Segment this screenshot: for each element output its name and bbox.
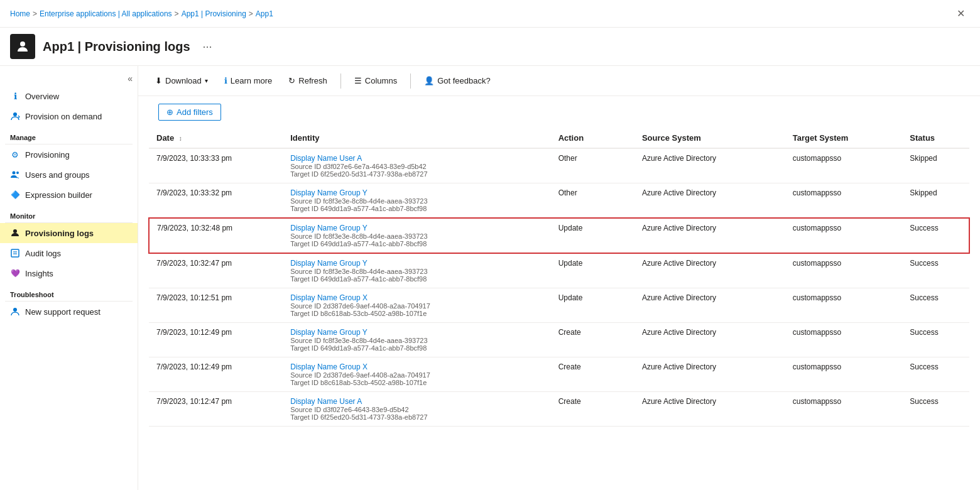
- svg-point-8: [13, 308, 17, 312]
- section-manage: Manage: [0, 126, 138, 144]
- identity-name[interactable]: Display Name Group Y: [290, 224, 543, 232]
- cell-status: Success: [902, 218, 969, 253]
- col-date: Date ↕: [149, 128, 283, 148]
- support-icon: [10, 307, 20, 317]
- cell-target-system: customappsso: [785, 323, 903, 357]
- identity-source: Source ID fc8f3e3e-8c8b-4d4e-aaea-393723: [290, 268, 543, 275]
- download-button[interactable]: ⬇ Download ▾: [148, 72, 215, 89]
- refresh-label: Refresh: [298, 76, 327, 85]
- cell-date: 7/9/2023, 10:12:47 pm: [149, 392, 283, 427]
- sidebar-item-label: Expression builder: [25, 190, 92, 200]
- identity-source: Source ID 2d387de6-9aef-4408-a2aa-704917: [290, 302, 543, 310]
- sidebar-item-provisioning-logs[interactable]: Provisioning logs: [0, 223, 138, 243]
- table-row[interactable]: 7/9/2023, 10:33:33 pmDisplay Name User A…: [149, 148, 969, 183]
- sidebar-item-users-groups[interactable]: Users and groups: [0, 165, 138, 185]
- cell-identity: Display Name Group YSource ID fc8f3e3e-8…: [283, 218, 550, 253]
- add-filters-label: Add filters: [177, 107, 213, 117]
- cell-action: Create: [551, 392, 634, 427]
- feedback-button[interactable]: 👤 Got feedback?: [417, 72, 498, 89]
- sidebar-item-provisioning[interactable]: ⚙ Provisioning: [0, 144, 138, 165]
- identity-name[interactable]: Display Name User A: [290, 154, 543, 163]
- sidebar-item-expression-builder[interactable]: 🔷 Expression builder: [0, 185, 138, 205]
- identity-name[interactable]: Display Name Group X: [290, 293, 543, 302]
- identity-source: Source ID d3f027e6-6e7a-4643-83e9-d5b42: [290, 163, 543, 170]
- cell-date: 7/9/2023, 10:32:48 pm: [149, 218, 283, 253]
- cell-source-system: Azure Active Directory: [634, 148, 785, 183]
- cell-source-system: Azure Active Directory: [634, 218, 785, 253]
- cell-date: 7/9/2023, 10:33:33 pm: [149, 148, 283, 183]
- cell-status: Success: [902, 288, 969, 323]
- learn-more-button[interactable]: ℹ Learn more: [217, 72, 279, 89]
- identity-name[interactable]: Display Name Group Y: [290, 328, 543, 337]
- cell-identity: Display Name Group YSource ID fc8f3e3e-8…: [283, 183, 550, 219]
- filter-icon: ⊕: [166, 107, 173, 117]
- sidebar-item-support[interactable]: New support request: [0, 302, 138, 322]
- add-filters-button[interactable]: ⊕ Add filters: [158, 104, 221, 121]
- audit-icon: [10, 248, 20, 258]
- sidebar-item-audit-logs[interactable]: Audit logs: [0, 243, 138, 263]
- cell-action: Other: [551, 148, 634, 183]
- cell-status: Success: [902, 253, 969, 288]
- sidebar-item-insights[interactable]: 💜 Insights: [0, 263, 138, 283]
- breadcrumb-home[interactable]: Home: [10, 9, 30, 18]
- table-row[interactable]: 7/9/2023, 10:12:49 pmDisplay Name Group …: [149, 357, 969, 392]
- close-button[interactable]: ✕: [952, 5, 970, 22]
- cell-date: 7/9/2023, 10:12:49 pm: [149, 323, 283, 357]
- section-monitor: Monitor: [0, 205, 138, 222]
- sidebar-collapse: «: [0, 71, 138, 86]
- table-row[interactable]: 7/9/2023, 10:32:47 pmDisplay Name Group …: [149, 253, 969, 288]
- breadcrumb-enterprise-apps[interactable]: Enterprise applications | All applicatio…: [40, 9, 172, 18]
- table-row[interactable]: 7/9/2023, 10:33:32 pmDisplay Name Group …: [149, 183, 969, 219]
- col-target-system: Target System: [785, 128, 903, 148]
- cell-identity: Display Name Group XSource ID 2d387de6-9…: [283, 357, 550, 392]
- columns-button[interactable]: ☰ Columns: [347, 72, 404, 89]
- sidebar-item-label: Provisioning: [25, 150, 70, 160]
- users-icon: [10, 170, 20, 180]
- breadcrumb-app1-provisioning[interactable]: App1 | Provisioning: [182, 9, 246, 18]
- table-row[interactable]: 7/9/2023, 10:12:49 pmDisplay Name Group …: [149, 323, 969, 357]
- cell-date: 7/9/2023, 10:12:49 pm: [149, 357, 283, 392]
- breadcrumb-app1[interactable]: App1: [256, 9, 273, 18]
- sidebar-item-label: Users and groups: [25, 170, 90, 180]
- identity-source: Source ID d3f027e6-4643-83e9-d5b42: [290, 406, 543, 413]
- sidebar-item-overview[interactable]: ℹ Overview: [0, 86, 138, 106]
- svg-point-3: [16, 172, 19, 174]
- col-identity: Identity: [283, 128, 550, 148]
- sidebar-item-label: Overview: [25, 92, 59, 101]
- cell-status: Success: [902, 392, 969, 427]
- cell-status: Skipped: [902, 148, 969, 183]
- sort-icon[interactable]: ↕: [179, 135, 182, 142]
- svg-point-2: [13, 172, 16, 175]
- identity-name[interactable]: Display Name Group Y: [290, 188, 543, 197]
- cell-target-system: customappsso: [785, 183, 903, 219]
- identity-name[interactable]: Display Name User A: [290, 397, 543, 406]
- toolbar: ⬇ Download ▾ ℹ Learn more ↻ Refresh ☰ Co…: [138, 66, 980, 96]
- cell-action: Other: [551, 183, 634, 219]
- cell-identity: Display Name Group YSource ID fc8f3e3e-8…: [283, 253, 550, 288]
- cell-target-system: customappsso: [785, 218, 903, 253]
- section-troubleshoot: Troubleshoot: [0, 283, 138, 301]
- table-row[interactable]: 7/9/2023, 10:12:47 pmDisplay Name User A…: [149, 392, 969, 427]
- page-title: App1 | Provisioning logs: [43, 40, 190, 54]
- columns-label: Columns: [365, 76, 397, 85]
- identity-name[interactable]: Display Name Group X: [290, 362, 543, 371]
- collapse-button[interactable]: «: [128, 74, 133, 84]
- table-row[interactable]: 7/9/2023, 10:12:51 pmDisplay Name Group …: [149, 288, 969, 323]
- refresh-button[interactable]: ↻ Refresh: [281, 72, 334, 89]
- refresh-icon: ↻: [288, 76, 295, 85]
- sidebar-item-label: Provision on demand: [25, 112, 102, 121]
- table-row[interactable]: 7/9/2023, 10:32:48 pmDisplay Name Group …: [149, 218, 969, 253]
- separator: [340, 74, 341, 89]
- identity-name[interactable]: Display Name Group Y: [290, 259, 543, 268]
- cell-status: Success: [902, 323, 969, 357]
- cell-action: Update: [551, 253, 634, 288]
- sidebar-item-provision-on-demand[interactable]: Provision on demand: [0, 106, 138, 126]
- content-area: ⬇ Download ▾ ℹ Learn more ↻ Refresh ☰ Co…: [138, 66, 980, 490]
- cell-action: Update: [551, 288, 634, 323]
- menu-dots[interactable]: ···: [203, 40, 212, 53]
- cell-source-system: Azure Active Directory: [634, 253, 785, 288]
- cell-identity: Display Name User ASource ID d3f027e6-46…: [283, 392, 550, 427]
- cell-date: 7/9/2023, 10:33:32 pm: [149, 183, 283, 219]
- insights-icon: 💜: [10, 268, 20, 278]
- cell-status: Success: [902, 357, 969, 392]
